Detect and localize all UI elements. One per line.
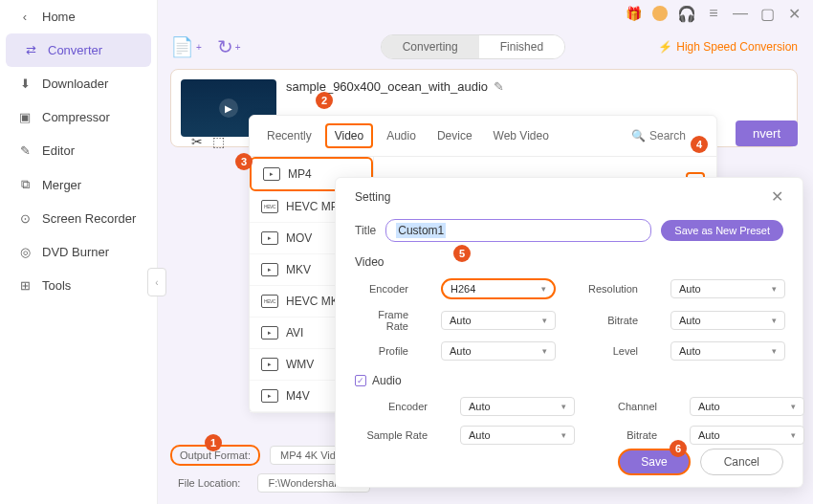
video-bitrate-select[interactable]: Auto▾ xyxy=(670,311,785,330)
format-icon: ▸ xyxy=(261,358,278,371)
video-encoder-select[interactable]: H264▾ xyxy=(441,278,556,299)
dvd-icon: ◎ xyxy=(17,245,33,259)
badge-3: 3 xyxy=(235,153,253,170)
sidebar-item-label: Screen Recorder xyxy=(42,211,136,226)
convert-button[interactable]: nvert xyxy=(736,121,798,146)
tab-recently[interactable]: Recently xyxy=(259,125,319,146)
channel-label: Channel xyxy=(604,401,661,412)
chevron-down-icon: ▾ xyxy=(772,316,777,325)
title-label: Title xyxy=(355,224,376,237)
sidebar-item-dvd-burner[interactable]: ◎DVD Burner xyxy=(0,235,157,269)
format-icon: ▸ xyxy=(261,231,278,245)
format-icon: ▸ xyxy=(263,167,280,181)
headset-icon[interactable]: 🎧 xyxy=(679,6,694,21)
chevron-down-icon: ▾ xyxy=(541,284,546,294)
sidebar-item-compressor[interactable]: ▣Compressor xyxy=(0,100,157,134)
level-label: Level xyxy=(584,345,642,357)
add-file-button[interactable]: 📄+ xyxy=(170,35,202,58)
add-folder-button[interactable]: ↻+ xyxy=(217,35,241,58)
preset-title-input[interactable]: Custom1 xyxy=(385,219,651,242)
badge-6: 6 xyxy=(670,440,687,457)
compress-icon: ▣ xyxy=(17,110,33,124)
profile-select[interactable]: Auto▾ xyxy=(441,341,556,361)
sidebar-item-label: Home xyxy=(42,10,76,24)
sidebar-item-merger[interactable]: ⧉Merger xyxy=(0,167,157,202)
sidebar-item-label: DVD Burner xyxy=(42,245,109,259)
avatar[interactable] xyxy=(652,6,668,21)
chevron-left-icon: ‹ xyxy=(17,10,33,24)
resolution-select[interactable]: Auto▾ xyxy=(670,279,785,298)
abitrate-label: Bitrate xyxy=(604,429,661,441)
download-icon: ⬇ xyxy=(17,77,33,91)
format-icon: ▸ xyxy=(261,389,278,403)
converter-icon: ⇄ xyxy=(23,43,38,57)
setting-title: Setting xyxy=(355,190,390,204)
tab-audio[interactable]: Audio xyxy=(379,125,424,146)
high-speed-toggle[interactable]: ⚡High Speed Conversion xyxy=(658,40,798,54)
chevron-down-icon: ▾ xyxy=(791,402,796,411)
save-preset-button[interactable]: Save as New Preset xyxy=(661,220,783,241)
chevron-down-icon: ▾ xyxy=(772,346,777,356)
tab-device[interactable]: Device xyxy=(429,125,480,146)
file-name: sample_960x400_ocean_with_audio xyxy=(286,79,488,94)
cancel-button[interactable]: Cancel xyxy=(700,449,783,475)
audio-checkbox[interactable]: ✓ xyxy=(355,375,366,386)
profile-label: Profile xyxy=(355,345,412,357)
samplerate-label: Sample Rate xyxy=(355,429,431,441)
minimize-icon[interactable]: — xyxy=(733,6,748,21)
chevron-down-icon: ▾ xyxy=(542,346,547,356)
channel-select[interactable]: Auto▾ xyxy=(690,397,804,416)
sidebar-item-label: Editor xyxy=(42,143,75,158)
chevron-down-icon: ▾ xyxy=(542,316,547,325)
status-segments: Converting Finished xyxy=(381,34,565,59)
tools-icon: ⊞ xyxy=(17,278,33,293)
gift-icon[interactable]: 🎁 xyxy=(626,6,641,21)
crop-icon[interactable]: ⬚ xyxy=(212,134,225,149)
samplerate-select[interactable]: Auto▾ xyxy=(460,426,575,445)
sidebar-item-tools[interactable]: ⊞Tools xyxy=(0,269,157,302)
sidebar-item-label: Converter xyxy=(48,43,102,57)
sidebar-item-converter[interactable]: ⇄Converter xyxy=(6,33,151,67)
edit-name-icon[interactable]: ✎ xyxy=(494,79,504,94)
setting-panel: Setting ✕ Title Custom1 Save as New Pres… xyxy=(335,177,803,488)
format-icon: HEVC xyxy=(261,200,278,213)
format-icon: HEVC xyxy=(261,295,278,308)
encoder-label: Encoder xyxy=(355,283,412,295)
chevron-down-icon: ▾ xyxy=(561,430,566,440)
format-icon: ▸ xyxy=(261,326,278,340)
lightning-icon: ⚡ xyxy=(658,40,672,54)
resolution-label: Resolution xyxy=(584,283,642,295)
tab-converting[interactable]: Converting xyxy=(382,35,479,58)
file-location-label: File Location: xyxy=(170,474,248,492)
collapse-sidebar-button[interactable]: ‹ xyxy=(147,268,166,296)
tab-video[interactable]: Video xyxy=(325,123,373,148)
level-select[interactable]: Auto▾ xyxy=(670,341,785,361)
close-setting-button[interactable]: ✕ xyxy=(771,187,783,206)
sidebar-item-editor[interactable]: ✎Editor xyxy=(0,134,157,167)
menu-icon[interactable]: ≡ xyxy=(706,6,721,21)
search-icon: 🔍 xyxy=(631,129,646,142)
sidebar-item-screen-recorder[interactable]: ⊙Screen Recorder xyxy=(0,202,157,235)
sidebar-item-label: Downloader xyxy=(42,77,108,91)
chevron-down-icon: ▾ xyxy=(772,284,777,294)
vbitrate-label: Bitrate xyxy=(584,315,642,326)
tab-web-video[interactable]: Web Video xyxy=(486,125,557,146)
chevron-down-icon: ▾ xyxy=(561,402,566,411)
tab-finished[interactable]: Finished xyxy=(479,35,564,58)
merger-icon: ⧉ xyxy=(17,177,33,192)
maximize-icon[interactable]: ▢ xyxy=(759,6,775,21)
sidebar-item-label: Merger xyxy=(42,178,81,192)
editor-icon: ✎ xyxy=(17,143,33,158)
close-icon[interactable]: ✕ xyxy=(786,6,802,21)
sidebar-item-downloader[interactable]: ⬇Downloader xyxy=(0,67,157,100)
audio-bitrate-select[interactable]: Auto▾ xyxy=(690,426,804,445)
chevron-down-icon: ▾ xyxy=(791,430,796,440)
format-icon: ▸ xyxy=(261,263,278,276)
framerate-select[interactable]: Auto▾ xyxy=(441,311,556,330)
audio-encoder-select[interactable]: Auto▾ xyxy=(460,397,575,416)
badge-2: 2 xyxy=(316,92,333,109)
aencoder-label: Encoder xyxy=(355,401,431,412)
cut-icon[interactable]: ✂ xyxy=(191,134,203,149)
recorder-icon: ⊙ xyxy=(17,211,33,226)
sidebar-item-home[interactable]: ‹Home xyxy=(0,0,157,33)
